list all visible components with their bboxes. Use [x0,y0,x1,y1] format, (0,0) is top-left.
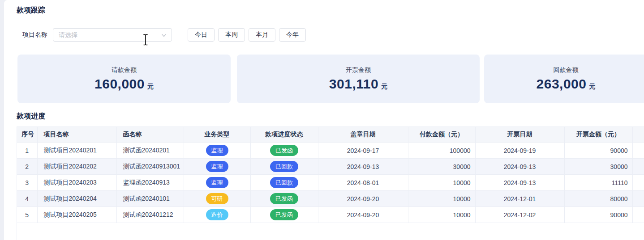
invoiced-amount-card: 开票金额 301,110 元 [237,55,480,103]
cell-pay-amount: 10000 [408,191,475,207]
cell-project-name: 测试项目20240205 [37,207,116,223]
cell-seal-date: 2024-09-17 [318,143,408,159]
chevron-down-icon [161,32,167,40]
cell-index: 4 [17,191,37,207]
cell-invoice-date: 2024-12-02 [475,207,564,223]
cell-invoice-amount: 30000 [564,159,632,175]
this-month-button[interactable]: 本月 [249,28,275,42]
col-header-invoice-date: 开票日期 [475,127,564,143]
cell-invoice-date: 2024-09-19 [475,143,564,159]
project-name-label: 项目名称 [22,31,47,39]
cell-extra [632,143,644,159]
cell-index: 3 [17,175,37,191]
cell-invoice-amount: 11110 [564,175,632,191]
table-row: 2测试项目20240202测试函20240913001监理已回款2024-09-… [17,159,644,175]
card-value: 160,000 [94,76,145,92]
cell-status: 已回款 [250,159,318,175]
requested-amount-card: 请款金额 160,000 元 [17,55,231,103]
cell-index: 5 [17,207,37,223]
today-button[interactable]: 今日 [188,28,215,42]
quick-range-buttons: 今日 本周 本月 今年 [188,28,306,42]
cell-biz-type: 可研 [184,191,250,207]
cell-project-name: 测试项目20240201 [37,143,116,159]
status-badge: 已发函 [270,209,298,220]
this-week-button[interactable]: 本周 [218,28,245,42]
this-year-button[interactable]: 今年 [279,28,306,42]
cell-extra [632,207,644,223]
cell-letter-name: 测试函20240201 [116,143,184,159]
table-row: 3测试项目20240203监理函20240913监理已回款2024-08-011… [17,175,644,191]
col-header-pay-amount: 付款金额（元） [408,127,475,143]
cell-invoice-date: 2024-09-13 [475,175,564,191]
cell-index: 1 [17,143,37,159]
page-title: 款项跟踪 [17,6,45,15]
card-unit: 元 [589,83,595,91]
cell-project-name: 测试项目20240203 [37,175,116,191]
cell-letter-name: 测试函20240101 [116,191,184,207]
progress-section-title: 款项进度 [17,112,45,121]
cell-project-name: 测试项目20240204 [37,191,116,207]
cell-pay-amount: 100000 [408,143,475,159]
status-badge: 已发函 [270,193,298,204]
card-label: 回款金额 [554,66,579,74]
received-amount-card: 回款金额 263,000 元 [484,55,644,103]
cell-seal-date: 2024-09-13 [318,159,408,175]
card-unit: 元 [147,83,154,91]
cell-biz-type: 监理 [184,175,250,191]
status-badge: 已回款 [270,161,298,172]
status-badge: 已回款 [270,177,298,188]
cell-invoice-amount: 80000 [564,191,632,207]
table-row: 5测试项目20240205测试函202401212造价已发函2024-09-20… [17,207,644,223]
cell-pay-amount: 30000 [408,159,475,175]
col-header-invoice-amount: 开票金额（元） [564,127,632,143]
progress-table: 序号 项目名称 函名称 业务类型 款项进度状态 盖章日期 付款金额（元） 开票日… [17,126,644,240]
cell-extra [632,159,644,175]
cell-seal-date: 2024-09-20 [318,207,408,223]
cell-status: 已发函 [250,207,318,223]
cell-extra [632,175,644,191]
summary-cards: 请款金额 160,000 元 开票金额 301,110 元 回款金额 263,0… [17,55,644,103]
col-header-extra [632,127,644,143]
col-header-letter: 函名称 [116,127,184,143]
filter-row: 项目名称 [22,28,172,42]
cell-index: 2 [17,159,37,175]
cell-letter-name: 测试函20240913001 [116,159,184,175]
col-header-status: 款项进度状态 [250,127,318,143]
biz-type-badge: 监理 [206,161,228,172]
table-header-row: 序号 项目名称 函名称 业务类型 款项进度状态 盖章日期 付款金额（元） 开票日… [17,127,644,143]
card-value: 301,110 [329,76,378,92]
col-header-index: 序号 [17,127,37,143]
cell-biz-type: 监理 [184,143,250,159]
cell-biz-type: 造价 [184,207,250,223]
card-label: 请款金额 [112,66,137,74]
cell-pay-amount: 10000 [408,207,475,223]
cell-seal-date: 2024-08-01 [318,175,408,191]
cell-status: 已发函 [250,191,318,207]
project-name-select[interactable] [53,28,172,42]
cell-letter-name: 测试函202401212 [116,207,184,223]
cell-status: 已回款 [250,175,318,191]
cell-project-name: 测试项目20240202 [37,159,116,175]
col-header-seal-date: 盖章日期 [318,127,408,143]
cell-invoice-amount: 90000 [564,143,632,159]
col-header-project: 项目名称 [37,127,116,143]
cell-extra [632,191,644,207]
card-value: 263,000 [537,76,587,92]
col-header-biz-type: 业务类型 [184,127,250,143]
biz-type-badge: 造价 [206,209,228,220]
biz-type-badge: 可研 [206,193,228,204]
card-label: 开票金额 [346,66,371,74]
cell-biz-type: 监理 [184,159,250,175]
cell-invoice-date: 2024-12-01 [475,191,564,207]
cell-invoice-date: 2024-09-13 [475,159,564,175]
content-panel: 款项跟踪 项目名称 今日 本周 本月 今年 请款金额 160,000 元 开票金… [4,0,644,240]
card-unit: 元 [381,83,387,91]
cell-letter-name: 监理函20240913 [116,175,184,191]
project-name-select-input[interactable] [53,29,152,41]
cell-status: 已发函 [250,143,318,159]
table-row: 1测试项目20240201测试函20240201监理已发函2024-09-171… [17,143,644,159]
cell-invoice-amount: 90000 [564,207,632,223]
table-row: 4测试项目20240204测试函20240101可研已发函2024-09-201… [17,191,644,207]
status-badge: 已发函 [270,145,298,156]
cell-pay-amount: 10000 [408,175,475,191]
